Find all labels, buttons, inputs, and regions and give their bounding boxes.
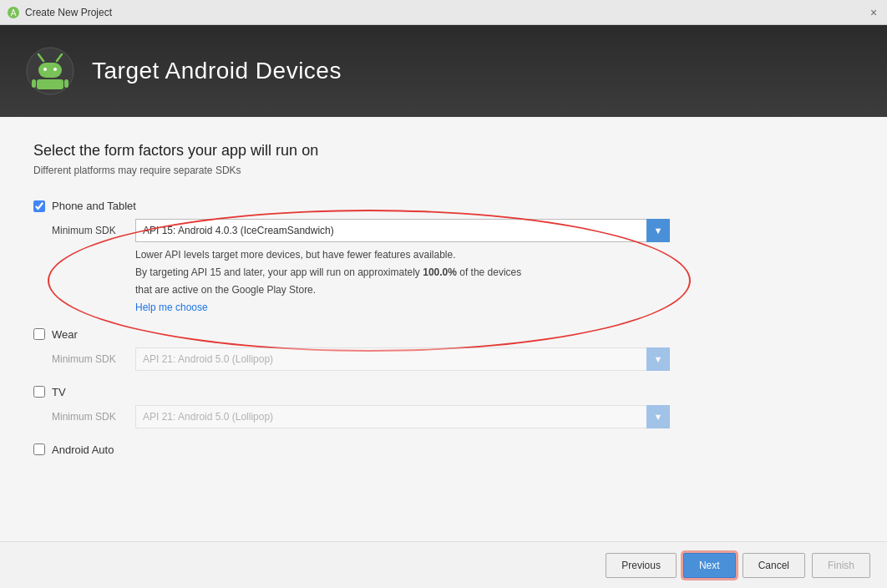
next-button[interactable]: Next (683, 553, 736, 578)
wear-header: Wear (33, 328, 854, 341)
phone-tablet-sdk-row: Minimum SDK API 15: Android 4.0.3 (IceCr… (52, 219, 854, 242)
android-logo (25, 46, 75, 96)
info-line3: that are active on the Google Play Store… (135, 282, 653, 298)
phone-tablet-header: Phone and Tablet (33, 200, 854, 212)
cancel-button[interactable]: Cancel (743, 553, 805, 578)
info-line2: By targeting API 15 and later, your app … (135, 265, 653, 281)
wear-section: Wear Minimum SDK API 21: Android 5.0 (Lo… (33, 328, 854, 371)
info-line2-suffix: of the devices (457, 266, 521, 278)
tv-sdk-wrapper: API 21: Android 5.0 (Lollipop) ▼ (135, 405, 670, 428)
window-title: Create New Project (25, 7, 112, 18)
svg-rect-5 (38, 63, 62, 78)
tv-sdk-label: Minimum SDK (52, 411, 135, 423)
finish-button[interactable]: Finish (812, 553, 870, 578)
phone-tablet-sdk-wrapper: API 15: Android 4.0.3 (IceCreamSandwich)… (135, 219, 670, 242)
info-line1: Lower API levels target more devices, bu… (135, 247, 653, 263)
phone-tablet-label: Phone and Tablet (52, 200, 136, 212)
wear-label: Wear (52, 328, 78, 341)
tv-sdk-select[interactable]: API 21: Android 5.0 (Lollipop) (135, 405, 670, 428)
phone-tablet-checkbox[interactable] (33, 200, 45, 212)
tv-label: TV (52, 386, 66, 398)
tv-checkbox[interactable] (33, 386, 45, 398)
phone-tablet-sdk-label: Minimum SDK (52, 225, 135, 236)
svg-point-6 (43, 68, 47, 71)
title-bar: A Create New Project × (0, 0, 887, 25)
help-me-choose-link[interactable]: Help me choose (135, 302, 208, 313)
android-auto-label: Android Auto (52, 444, 114, 456)
main-content: Select the form factors your app will ru… (0, 117, 887, 541)
android-auto-section: Android Auto (33, 444, 854, 456)
phone-tablet-section: Phone and Tablet Minimum SDK API 15: And… (33, 200, 854, 313)
svg-rect-8 (37, 79, 63, 89)
tv-sdk-row: Minimum SDK API 21: Android 5.0 (Lollipo… (52, 405, 854, 428)
close-button[interactable]: × (867, 6, 880, 19)
header-banner: Target Android Devices (0, 25, 887, 117)
phone-tablet-info: Lower API levels target more devices, bu… (135, 247, 653, 313)
page-title: Select the form factors your app will ru… (33, 142, 854, 160)
info-line2-prefix: By targeting API 15 and later, your app … (135, 266, 423, 278)
android-auto-header: Android Auto (33, 444, 854, 456)
previous-button[interactable]: Previous (606, 553, 677, 578)
wear-sdk-select[interactable]: API 21: Android 5.0 (Lollipop) (135, 347, 670, 371)
wear-sdk-label: Minimum SDK (52, 353, 135, 365)
phone-tablet-sdk-select[interactable]: API 15: Android 4.0.3 (IceCreamSandwich)… (135, 219, 670, 242)
wear-sdk-row: Minimum SDK API 21: Android 5.0 (Lollipo… (52, 347, 854, 371)
footer: Previous Next Cancel Finish (0, 541, 887, 588)
tv-section: TV Minimum SDK API 21: Android 5.0 (Loll… (33, 386, 854, 428)
form-factors-area: Phone and Tablet Minimum SDK API 15: And… (33, 200, 854, 525)
svg-rect-9 (32, 79, 36, 88)
wear-sdk-wrapper: API 21: Android 5.0 (Lollipop) ▼ (135, 347, 670, 371)
android-auto-checkbox[interactable] (33, 444, 45, 455)
info-percentage: 100.0% (423, 266, 457, 278)
app-icon: A (7, 6, 20, 19)
tv-header: TV (33, 386, 854, 398)
wear-checkbox[interactable] (33, 328, 45, 340)
svg-point-7 (53, 68, 57, 71)
page-subtitle: Different platforms may require separate… (33, 165, 854, 176)
header-title: Target Android Devices (92, 58, 342, 84)
svg-rect-10 (64, 79, 68, 88)
svg-text:A: A (11, 8, 17, 18)
